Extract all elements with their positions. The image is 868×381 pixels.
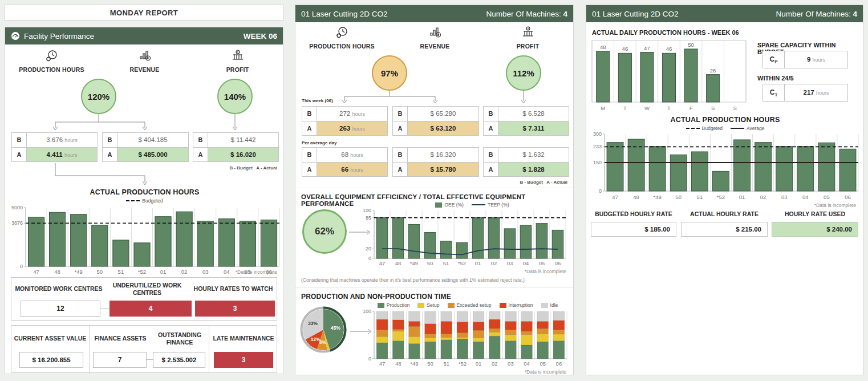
kpi-profit: PROFIT [481,26,574,50]
kpi-production-hours: PRODUCTION HOURS [5,49,98,73]
budget-value: $ 404.185 [117,133,188,147]
machine-group-panel-1: 01 Laser Cutting 2D CO2 Number Of Machin… [295,5,574,375]
clock-icon [45,49,59,63]
svg-text:100: 100 [363,208,371,213]
svg-text:03: 03 [507,260,513,266]
facility-performance-panel: Facility Performance WEEK 06 PRODUCTION … [5,27,283,374]
svg-text:33%: 33% [308,321,318,326]
metric-label: CURRENT ASSET VALUE [13,330,88,347]
svg-text:01: 01 [160,269,167,275]
svg-text:46: 46 [622,46,628,52]
outstanding-finance-value: $ 2.535.002 [153,352,205,368]
svg-text:48: 48 [54,269,60,275]
actual-hourly-rate: $ 215.00 [681,222,768,237]
svg-text:48: 48 [600,44,606,50]
rate-label: HOURLY RATE USED [772,210,858,218]
within-245-value: 217 hours [785,84,847,101]
finance-assets-value: 7 [93,352,147,368]
budget-value: 3.676 hours [27,133,97,147]
incomplete-note: *Data is incomplete [525,369,566,375]
work-centres-box: MONITORED WORK CENTRES UNDERUTILIZED WOR… [11,277,277,321]
machine-panel-header: 01 Laser Cutting 2D CO2 Number Of Machin… [295,5,573,22]
report-title: MONDAY REPORT [110,9,178,17]
svg-text:51: 51 [443,260,449,266]
actual-value: $ 1.828 [498,163,569,176]
svg-text:51: 51 [697,194,703,200]
ct-symbol: CT [763,84,785,101]
svg-text:26: 26 [710,67,716,74]
production-time-pie: 45%8%12%33% [299,305,348,356]
budget-value: $ 1.632 [498,148,569,162]
kpi-connector-arrows [5,113,284,133]
dashed-line-swatch [126,200,140,201]
divider [209,326,209,374]
profit-icon [231,49,245,63]
actual-value: 4.411 hours [27,148,97,161]
exceeded-setup-swatch [448,303,455,308]
connector-line [146,359,153,360]
svg-text:T: T [667,105,671,111]
svg-text:47: 47 [612,194,618,200]
svg-text:50: 50 [676,194,682,200]
svg-text:0: 0 [368,356,371,362]
hourly-rates-watch-value: 3 [195,301,275,317]
facility-panel-header: Facility Performance WEEK 06 [5,27,283,44]
oee-gauge: 62% [302,209,347,254]
svg-text:50: 50 [688,42,694,48]
table-to-chart-connector [5,163,284,187]
cp-symbol: CP [763,51,785,68]
svg-text:04: 04 [802,194,809,200]
dashed-line-swatch [686,128,700,129]
svg-text:*49: *49 [410,360,418,367]
svg-text:50: 50 [97,269,103,275]
production-time-title: PRODUCTION AND NON-PRODUCTION TIME [301,293,451,301]
within-245-title: WITHIN 24/5 [757,75,794,82]
actual-value: $ 16.020 [208,148,278,161]
profit-icon [521,26,535,39]
svg-text:02: 02 [491,260,497,266]
panel-title: 01 Laser Cutting 2D CO2 [301,10,388,18]
svg-text:233: 233 [593,144,602,149]
clock-icon [335,26,349,39]
metric-label: HOURLY RATES TO WATCH [192,281,275,297]
gauge-hours-revenue: 120% [81,79,116,114]
svg-text:*49: *49 [654,194,662,200]
production-swatch [378,303,384,308]
assets-box: CURRENT ASSET VALUE FINANCE ASSETS OUTST… [11,325,277,373]
idle-swatch [541,303,548,308]
spare-capacity-value: 9 hours [785,51,847,68]
metric-label: FINANCE ASSETS [91,330,149,347]
svg-text:04: 04 [524,360,530,367]
svg-text:0: 0 [599,188,602,194]
actual-value: 66 hours [317,163,387,176]
budget-value: $ 6.528 [498,107,569,121]
week-table-revenue: B$ 65.280 A$ 63.120 [392,106,479,136]
svg-text:01: 01 [476,360,482,367]
facility-hours-chart: 0367650004748*495051*52010203040506 [5,204,284,278]
daily-hours-chart: 484647465026MTWTFSS [590,38,748,115]
kpi-revenue: REVENUE [98,49,191,73]
svg-text:48: 48 [395,260,401,266]
divider [295,188,573,188]
machine-hours-title: ACTUAL PRODUCTION HOURS [586,116,864,124]
svg-text:05: 05 [539,260,545,266]
metric-label: MONITORED WORK CENTRES [14,281,104,297]
budget-value: $ 11.442 [208,133,278,147]
week-badge: WEEK 06 [244,32,277,40]
row-key-budget: B [12,133,27,147]
oee-swatch [435,202,442,208]
metric-label: OUTSTANDING FINANCE [152,330,208,347]
daily-hours-title: ACTUAL DAILY PRODUCTION HOURS - WEEK 06 [592,29,739,36]
budget-actual-legend: B - Budget A - Actual [520,180,567,185]
machine-hours-chart: 01502333004748*495051*52010203040506 [586,132,864,204]
within-245-box: CT 217 hours [762,84,848,102]
revenue-icon [428,26,442,39]
svg-text:*52: *52 [717,194,725,200]
svg-text:*52: *52 [459,360,467,367]
budget-actual-table-profit: B$ 11.442 A$ 16.020 [193,132,279,162]
gauge-hours-revenue: 97% [372,55,407,91]
gauge-icon [11,31,20,40]
budget-value: 272 hours [317,107,387,121]
budgeted-hourly-rate: $ 185.00 [591,222,676,237]
row-key-actual: A [12,148,27,161]
